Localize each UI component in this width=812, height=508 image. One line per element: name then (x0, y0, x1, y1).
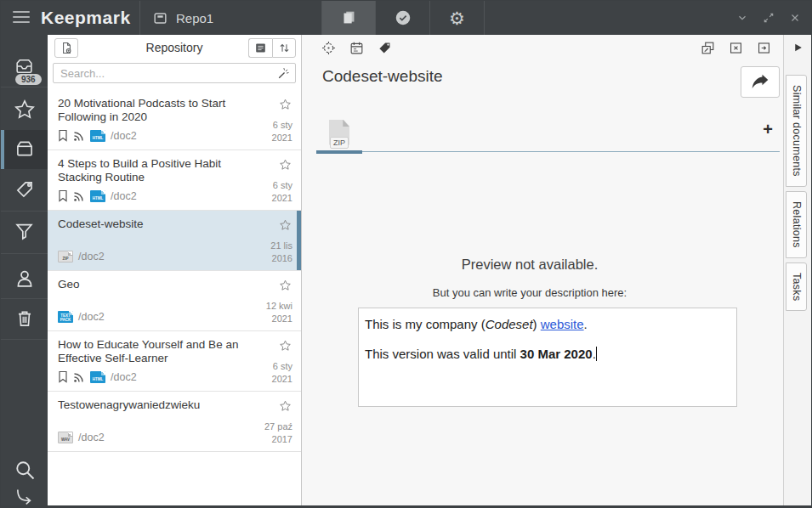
hamburger-menu-icon[interactable] (13, 11, 30, 25)
bookmark-icon (58, 129, 68, 142)
locate-target-icon[interactable] (319, 38, 338, 57)
rss-icon (73, 190, 85, 202)
tags-nav-button[interactable] (1, 178, 48, 200)
wav-file-badge: WAV (58, 432, 73, 443)
document-list: 20 Motivational Podcasts to Start Follow… (48, 90, 301, 452)
tab-similar-documents[interactable]: Similar documents (786, 75, 807, 187)
html-file-badge: HTML (90, 190, 105, 202)
new-document-button[interactable] (54, 38, 78, 58)
repository-panel: Repository (48, 35, 302, 508)
star-icon[interactable] (278, 98, 292, 111)
list-item[interactable]: Geo TEXT PACK /doc2 12 kwi2021 (48, 271, 301, 331)
app-logo: Keepmark (41, 8, 131, 28)
rss-icon (73, 130, 85, 142)
window-close-preview-icon[interactable] (726, 38, 745, 57)
calendar-icon[interactable] (347, 38, 366, 57)
tab-relations[interactable]: Relations (786, 191, 807, 258)
window-controls (735, 1, 803, 35)
repository-nav-button[interactable] (1, 138, 48, 160)
star-icon[interactable] (278, 339, 292, 353)
document-date: 12 kwi2021 (266, 300, 292, 325)
view-mode-button[interactable] (248, 38, 272, 58)
magic-wand-icon[interactable] (271, 64, 295, 82)
document-path: /doc2 (78, 251, 105, 262)
share-arrow-icon (749, 72, 771, 93)
sidebar-divider (1, 87, 48, 87)
preview-message: Preview not available. (303, 257, 757, 273)
list-item[interactable]: 4 Steps to Build a Positive Habit Stacki… (48, 150, 301, 211)
gear-icon: ⚙ (449, 9, 465, 27)
description-hint: But you can write your description here: (303, 286, 757, 299)
list-item-selected[interactable]: Codeset-website ZIP /doc2 21 lis2016 (48, 211, 301, 271)
edit-external-icon[interactable] (698, 38, 717, 57)
share-button[interactable] (741, 66, 780, 98)
sort-button[interactable] (272, 38, 296, 58)
active-tab-underline (316, 150, 362, 154)
bookmark-icon (58, 189, 68, 202)
search-nav-button[interactable] (1, 458, 48, 482)
zip-file-icon: ZIP (327, 120, 352, 149)
search-input[interactable] (54, 67, 271, 80)
list-item[interactable]: 20 Motivational Podcasts to Start Follow… (48, 90, 301, 150)
document-date: 21 lis2016 (270, 240, 292, 264)
repository-box-icon (152, 10, 168, 26)
titlebar: Keepmark Repo1 (1, 1, 811, 35)
minimize-button[interactable] (735, 10, 750, 25)
html-file-badge: HTML (90, 371, 105, 383)
document-view: Codeset-website ZIP + Preview not availa… (303, 35, 785, 508)
trash-nav-button[interactable] (1, 308, 48, 330)
left-sidebar: 936 (1, 35, 48, 508)
star-icon[interactable] (278, 158, 292, 172)
sidebar-divider (1, 211, 48, 212)
add-attachment-button[interactable]: + (763, 121, 773, 138)
document-path: /doc2 (78, 432, 105, 443)
contacts-nav-button[interactable] (1, 267, 48, 291)
list-item[interactable]: Testowenagrywaniedzwieku WAV /doc2 27 pa… (48, 392, 301, 452)
vertical-tabs: Similar documents Relations Tasks (786, 75, 807, 315)
sidebar-divider (1, 253, 48, 254)
tag-icon[interactable] (375, 38, 394, 57)
description-line-1: This is my company (Codeset) website. (365, 317, 730, 331)
jump-to-arrow-icon[interactable] (1, 487, 48, 508)
list-item[interactable]: How to Educate Yourself and Be an Effect… (48, 331, 301, 392)
tab-tasks[interactable] (376, 1, 430, 35)
star-icon[interactable] (278, 218, 292, 232)
document-date: 6 sty2021 (272, 360, 292, 385)
description-line-2: This version was valid until 30 Mar 2020… (365, 347, 730, 361)
titlebar-separator (139, 1, 140, 35)
document-date: 6 sty2021 (272, 179, 292, 204)
document-title: Codeset-website (322, 67, 443, 86)
top-tabs: ⚙ (321, 1, 485, 35)
document-toolbar (303, 35, 785, 60)
star-icon[interactable] (278, 399, 292, 413)
check-circle-icon (394, 8, 412, 27)
tab-tasks[interactable]: Tasks (786, 262, 807, 311)
filters-nav-button[interactable] (1, 220, 48, 243)
tab-settings[interactable]: ⚙ (430, 1, 485, 35)
html-file-badge: HTML (90, 130, 105, 142)
document-path: /doc2 (111, 130, 137, 142)
textpack-file-badge: TEXT PACK (58, 311, 73, 323)
tab-documents[interactable] (321, 1, 376, 35)
document-path: /doc2 (111, 371, 137, 383)
favorites-nav-button[interactable] (1, 98, 48, 121)
documents-icon (339, 8, 358, 27)
right-tab-strip: Similar documents Relations Tasks (783, 35, 811, 508)
document-date: 27 paź2017 (264, 421, 292, 445)
play-button[interactable] (784, 42, 811, 54)
app-window: Keepmark Repo1 (0, 0, 812, 508)
inbox-count-badge: 936 (15, 74, 42, 85)
website-link[interactable]: website (541, 317, 584, 331)
rss-icon (73, 371, 85, 383)
document-date: 6 sty2021 (272, 119, 292, 144)
maximize-button[interactable] (761, 10, 776, 25)
text-caret (596, 347, 598, 361)
open-in-window-icon[interactable] (754, 38, 773, 57)
zip-attachment-tab[interactable]: ZIP (316, 116, 362, 152)
repo-tab[interactable]: Repo1 (152, 1, 213, 35)
close-button[interactable] (787, 10, 803, 25)
star-icon[interactable] (278, 279, 292, 292)
description-editor[interactable]: This is my company (Codeset) website. Th… (358, 308, 737, 407)
bookmark-icon (58, 370, 68, 383)
repository-panel-header: Repository (48, 35, 301, 60)
